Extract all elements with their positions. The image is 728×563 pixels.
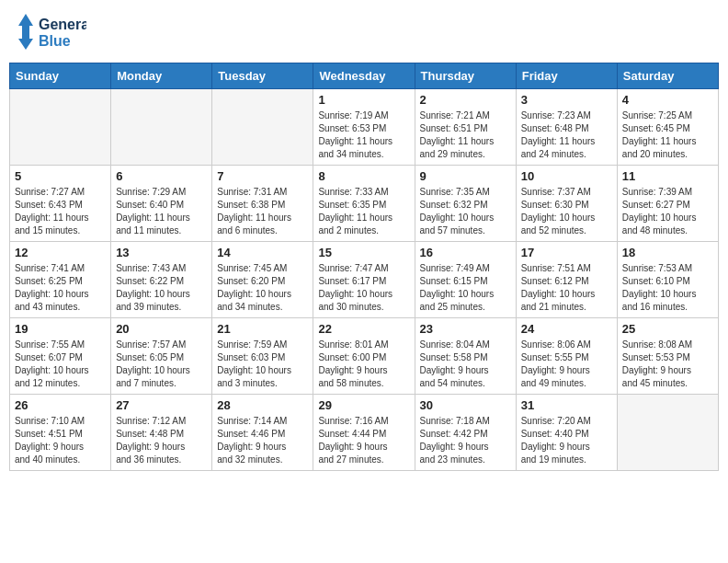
calendar-cell: 2Sunrise: 7:21 AM Sunset: 6:51 PM Daylig…	[415, 89, 516, 166]
day-info: Sunrise: 7:23 AM Sunset: 6:48 PM Dayligh…	[521, 109, 612, 161]
calendar-cell: 18Sunrise: 7:53 AM Sunset: 6:10 PM Dayli…	[617, 242, 718, 318]
day-number: 20	[116, 322, 207, 336]
day-number: 1	[318, 93, 409, 107]
day-info: Sunrise: 7:35 AM Sunset: 6:32 PM Dayligh…	[420, 186, 511, 237]
header-day-monday: Monday	[111, 63, 212, 89]
calendar-cell: 22Sunrise: 8:01 AM Sunset: 6:00 PM Dayli…	[313, 318, 415, 395]
day-number: 24	[521, 322, 612, 336]
day-info: Sunrise: 7:53 AM Sunset: 6:10 PM Dayligh…	[622, 262, 713, 314]
day-number: 23	[420, 322, 511, 336]
day-info: Sunrise: 7:55 AM Sunset: 6:07 PM Dayligh…	[15, 339, 106, 390]
day-info: Sunrise: 7:43 AM Sunset: 6:22 PM Dayligh…	[116, 262, 207, 314]
calendar-cell	[617, 395, 718, 471]
day-info: Sunrise: 7:14 AM Sunset: 4:46 PM Dayligh…	[217, 415, 308, 466]
calendar-cell: 1Sunrise: 7:19 AM Sunset: 6:53 PM Daylig…	[313, 89, 415, 166]
logo: GeneralBlue	[13, 9, 86, 55]
svg-text:General: General	[39, 17, 86, 32]
day-number: 22	[318, 322, 409, 336]
calendar-cell: 8Sunrise: 7:33 AM Sunset: 6:35 PM Daylig…	[313, 166, 415, 242]
day-info: Sunrise: 7:37 AM Sunset: 6:30 PM Dayligh…	[521, 186, 612, 237]
day-info: Sunrise: 7:59 AM Sunset: 6:03 PM Dayligh…	[217, 339, 308, 390]
header-day-wednesday: Wednesday	[313, 63, 415, 89]
calendar-cell: 13Sunrise: 7:43 AM Sunset: 6:22 PM Dayli…	[111, 242, 212, 318]
calendar-cell: 30Sunrise: 7:18 AM Sunset: 4:42 PM Dayli…	[415, 395, 516, 471]
day-info: Sunrise: 8:06 AM Sunset: 5:55 PM Dayligh…	[521, 339, 612, 390]
day-number: 3	[521, 93, 612, 107]
day-info: Sunrise: 7:57 AM Sunset: 6:05 PM Dayligh…	[116, 339, 207, 390]
day-info: Sunrise: 7:19 AM Sunset: 6:53 PM Dayligh…	[318, 109, 409, 161]
day-number: 15	[318, 246, 409, 259]
header-day-friday: Friday	[516, 63, 617, 89]
day-number: 29	[318, 398, 409, 412]
week-row-2: 5Sunrise: 7:27 AM Sunset: 6:43 PM Daylig…	[10, 166, 719, 242]
week-row-3: 12Sunrise: 7:41 AM Sunset: 6:25 PM Dayli…	[10, 242, 719, 318]
svg-marker-0	[18, 14, 33, 50]
day-info: Sunrise: 7:41 AM Sunset: 6:25 PM Dayligh…	[15, 262, 106, 314]
calendar-cell: 6Sunrise: 7:29 AM Sunset: 6:40 PM Daylig…	[111, 166, 212, 242]
day-info: Sunrise: 7:10 AM Sunset: 4:51 PM Dayligh…	[15, 415, 106, 466]
day-number: 11	[622, 169, 713, 183]
calendar-cell: 12Sunrise: 7:41 AM Sunset: 6:25 PM Dayli…	[10, 242, 111, 318]
day-number: 17	[521, 246, 612, 259]
calendar-cell	[10, 89, 111, 166]
day-number: 18	[622, 246, 713, 259]
calendar-cell: 3Sunrise: 7:23 AM Sunset: 6:48 PM Daylig…	[516, 89, 617, 166]
calendar-cell	[111, 89, 212, 166]
day-info: Sunrise: 7:51 AM Sunset: 6:12 PM Dayligh…	[521, 262, 612, 314]
day-number: 5	[15, 169, 106, 183]
calendar-cell: 4Sunrise: 7:25 AM Sunset: 6:45 PM Daylig…	[617, 89, 718, 166]
day-info: Sunrise: 7:39 AM Sunset: 6:27 PM Dayligh…	[622, 186, 713, 237]
calendar-cell: 7Sunrise: 7:31 AM Sunset: 6:38 PM Daylig…	[212, 166, 313, 242]
calendar-cell: 25Sunrise: 8:08 AM Sunset: 5:53 PM Dayli…	[617, 318, 718, 395]
calendar-cell	[212, 89, 313, 166]
header: GeneralBlue	[9, 9, 719, 55]
calendar-cell: 9Sunrise: 7:35 AM Sunset: 6:32 PM Daylig…	[415, 166, 516, 242]
day-number: 25	[622, 322, 713, 336]
calendar-cell: 29Sunrise: 7:16 AM Sunset: 4:44 PM Dayli…	[313, 395, 415, 471]
calendar-cell: 17Sunrise: 7:51 AM Sunset: 6:12 PM Dayli…	[516, 242, 617, 318]
calendar-cell: 10Sunrise: 7:37 AM Sunset: 6:30 PM Dayli…	[516, 166, 617, 242]
calendar-cell: 19Sunrise: 7:55 AM Sunset: 6:07 PM Dayli…	[10, 318, 111, 395]
day-info: Sunrise: 7:20 AM Sunset: 4:40 PM Dayligh…	[521, 415, 612, 466]
day-info: Sunrise: 7:12 AM Sunset: 4:48 PM Dayligh…	[116, 415, 207, 466]
day-info: Sunrise: 7:47 AM Sunset: 6:17 PM Dayligh…	[318, 262, 409, 314]
day-number: 8	[318, 169, 409, 183]
day-number: 2	[420, 93, 511, 107]
day-info: Sunrise: 7:49 AM Sunset: 6:15 PM Dayligh…	[420, 262, 511, 314]
calendar-cell: 5Sunrise: 7:27 AM Sunset: 6:43 PM Daylig…	[10, 166, 111, 242]
day-info: Sunrise: 7:16 AM Sunset: 4:44 PM Dayligh…	[318, 415, 409, 466]
day-number: 13	[116, 246, 207, 259]
day-info: Sunrise: 7:29 AM Sunset: 6:40 PM Dayligh…	[116, 186, 207, 237]
day-number: 16	[420, 246, 511, 259]
day-info: Sunrise: 7:31 AM Sunset: 6:38 PM Dayligh…	[217, 186, 308, 237]
day-number: 4	[622, 93, 713, 107]
day-info: Sunrise: 8:04 AM Sunset: 5:58 PM Dayligh…	[420, 339, 511, 390]
day-info: Sunrise: 7:25 AM Sunset: 6:45 PM Dayligh…	[622, 109, 713, 161]
week-row-4: 19Sunrise: 7:55 AM Sunset: 6:07 PM Dayli…	[10, 318, 719, 395]
day-info: Sunrise: 8:08 AM Sunset: 5:53 PM Dayligh…	[622, 339, 713, 390]
calendar-cell: 28Sunrise: 7:14 AM Sunset: 4:46 PM Dayli…	[212, 395, 313, 471]
header-day-thursday: Thursday	[415, 63, 516, 89]
calendar-cell: 14Sunrise: 7:45 AM Sunset: 6:20 PM Dayli…	[212, 242, 313, 318]
header-day-tuesday: Tuesday	[212, 63, 313, 89]
calendar-cell: 23Sunrise: 8:04 AM Sunset: 5:58 PM Dayli…	[415, 318, 516, 395]
calendar-cell: 15Sunrise: 7:47 AM Sunset: 6:17 PM Dayli…	[313, 242, 415, 318]
day-info: Sunrise: 8:01 AM Sunset: 6:00 PM Dayligh…	[318, 339, 409, 390]
day-info: Sunrise: 7:45 AM Sunset: 6:20 PM Dayligh…	[217, 262, 308, 314]
calendar-cell: 11Sunrise: 7:39 AM Sunset: 6:27 PM Dayli…	[617, 166, 718, 242]
day-info: Sunrise: 7:33 AM Sunset: 6:35 PM Dayligh…	[318, 186, 409, 237]
calendar-cell: 31Sunrise: 7:20 AM Sunset: 4:40 PM Dayli…	[516, 395, 617, 471]
calendar-table: SundayMondayTuesdayWednesdayThursdayFrid…	[9, 63, 719, 471]
day-number: 19	[15, 322, 106, 336]
calendar-cell: 27Sunrise: 7:12 AM Sunset: 4:48 PM Dayli…	[111, 395, 212, 471]
week-row-5: 26Sunrise: 7:10 AM Sunset: 4:51 PM Dayli…	[10, 395, 719, 471]
day-info: Sunrise: 7:27 AM Sunset: 6:43 PM Dayligh…	[15, 186, 106, 237]
day-number: 27	[116, 398, 207, 412]
logo-svg: GeneralBlue	[13, 9, 86, 55]
day-info: Sunrise: 7:21 AM Sunset: 6:51 PM Dayligh…	[420, 109, 511, 161]
day-number: 26	[15, 398, 106, 412]
day-number: 21	[217, 322, 308, 336]
calendar-cell: 26Sunrise: 7:10 AM Sunset: 4:51 PM Dayli…	[10, 395, 111, 471]
svg-text:Blue: Blue	[39, 33, 71, 49]
header-row: SundayMondayTuesdayWednesdayThursdayFrid…	[10, 63, 719, 89]
